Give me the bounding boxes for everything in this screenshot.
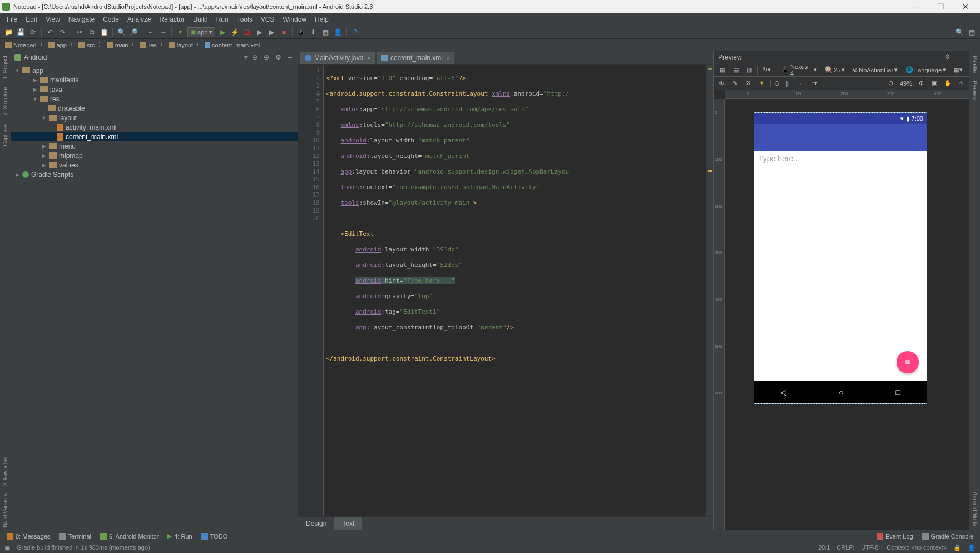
surface2-icon[interactable]: ▥ — [744, 65, 755, 75]
tool-captures-tab[interactable]: Captures — [2, 121, 9, 149]
star-icon[interactable]: ✦ — [757, 79, 766, 88]
project-view-selector[interactable]: Android — [24, 53, 241, 61]
tool-structure-tab[interactable]: 7: Structure — [2, 85, 9, 118]
variant-selector[interactable]: ▦▾ — [951, 65, 966, 75]
menu-tools[interactable]: Tools — [234, 14, 256, 24]
tool-gradle-console[interactable]: Gradle Console — [919, 533, 977, 540]
copy-icon[interactable]: ⧉ — [87, 27, 97, 37]
tool-event-log[interactable]: Event Log — [873, 533, 917, 540]
design-tab[interactable]: Design — [298, 517, 334, 530]
status-context[interactable]: Context: <no context> — [887, 544, 947, 551]
line-number-gutter[interactable]: 1234567891011121314151617181920 — [298, 65, 324, 516]
find-icon[interactable]: 🔍 — [116, 27, 126, 37]
redo-icon[interactable]: ↷ — [57, 27, 67, 37]
align-icon[interactable]: ‖ — [783, 79, 792, 88]
tree-menu[interactable]: ▶menu — [11, 141, 298, 151]
close-tab-icon[interactable]: × — [447, 55, 450, 61]
zoom-in-icon[interactable]: ⊕ — [917, 79, 925, 88]
project-hide-icon[interactable]: ⎼ — [285, 53, 294, 62]
crumb-main[interactable]: main — [105, 41, 130, 49]
menu-analyze[interactable]: Analyze — [124, 14, 155, 24]
make-icon[interactable]: ▾ — [175, 27, 185, 37]
status-encoding[interactable]: UTF-8: — [861, 544, 880, 551]
tool-build-variants-tab[interactable]: Build Variants — [2, 491, 9, 530]
zoom-fit-icon[interactable]: ▣ — [930, 79, 939, 88]
menu-edit[interactable]: Edit — [22, 14, 41, 24]
replace-icon[interactable]: 🔎 — [128, 27, 138, 37]
project-collapse-icon[interactable]: ⊖ — [250, 53, 259, 62]
close-tab-icon[interactable]: × — [367, 55, 370, 61]
tool-favorites-tab[interactable]: 2: Favorites — [2, 455, 9, 488]
apply-changes-icon[interactable]: ⚡ — [230, 27, 240, 37]
close-window-button[interactable]: ✕ — [953, 0, 978, 13]
theme-selector[interactable]: ⊘NoActionBar ▾ — [850, 65, 900, 75]
tree-values[interactable]: ▶values — [11, 160, 298, 170]
help-icon[interactable]: ? — [350, 27, 360, 37]
crumb-file[interactable]: content_main.xml — [203, 41, 261, 49]
open-icon[interactable]: 📁 — [3, 27, 13, 37]
warnings-icon[interactable]: ⚠ — [957, 79, 966, 88]
zoom-out-icon[interactable]: ⊖ — [887, 79, 895, 88]
status-position[interactable]: 20:1 — [818, 544, 830, 551]
avd-manager-icon[interactable]: 📱 — [296, 27, 306, 37]
tab-main-activity[interactable]: MainActivity.java× — [300, 52, 375, 64]
minimize-button[interactable]: ─ — [903, 0, 928, 13]
paste-icon[interactable]: 📋 — [99, 27, 109, 37]
stop-icon[interactable]: ■ — [279, 27, 289, 37]
sync-icon[interactable]: ⟳ — [28, 27, 38, 37]
maximize-button[interactable]: ☐ — [928, 0, 953, 13]
menu-help[interactable]: Help — [311, 14, 332, 24]
orientation-icon[interactable]: ↻▾ — [760, 65, 774, 75]
eye-icon[interactable]: 👁 — [717, 79, 726, 88]
preview-canvas[interactable]: 0100200300400 0100200300400500600 ▾ ▮ 7:… — [714, 90, 969, 530]
crumb-layout[interactable]: layout — [167, 41, 195, 49]
back-icon[interactable]: ← — [146, 27, 156, 37]
pan-icon[interactable]: ✋ — [943, 79, 952, 88]
text-tab[interactable]: Text — [334, 517, 362, 530]
tool-preview-tab[interactable]: Preview — [971, 78, 978, 103]
editor-marker-strip[interactable] — [706, 65, 713, 516]
crumb-project[interactable]: Notepad — [3, 41, 38, 49]
tree-res[interactable]: ▼res — [11, 94, 298, 103]
tree-content-main[interactable]: content_main.xml — [11, 132, 298, 141]
forward-icon[interactable]: → — [158, 27, 168, 37]
run-icon[interactable]: ▶ — [217, 27, 227, 37]
menu-window[interactable]: Window — [279, 14, 310, 24]
run-coverage-icon[interactable]: ▶ — [254, 27, 264, 37]
tree-drawable[interactable]: drawable — [11, 103, 298, 113]
margins-icon[interactable]: ⫠ — [796, 79, 805, 88]
project-tree[interactable]: ▼app ▶manifests ▶java ▼res drawable ▼lay… — [11, 63, 298, 181]
magic-icon[interactable]: ✎ — [730, 79, 739, 88]
device-selector[interactable]: 📱Nexus 4 ▾ — [779, 65, 820, 75]
preview-gear-icon[interactable]: ⚙ — [944, 53, 953, 62]
tree-java[interactable]: ▶java — [11, 85, 298, 94]
tool-android-monitor[interactable]: 6: Android Monitor — [97, 533, 162, 540]
window-button-icon[interactable]: ▣ — [4, 544, 10, 551]
preview-hide-icon[interactable]: ⎼ — [956, 53, 964, 62]
project-gear-icon[interactable]: ⚙ — [274, 53, 283, 62]
lock-icon[interactable]: 🔒 — [953, 544, 961, 551]
tab-content-main[interactable]: content_main.xml× — [377, 52, 454, 64]
layout-inspector-icon[interactable]: ▦ — [320, 27, 330, 37]
status-line-ending[interactable]: CRLF: — [837, 544, 854, 551]
tree-app[interactable]: ▼app — [11, 66, 298, 75]
tool-palette-tab[interactable]: Palette — [971, 53, 978, 75]
tree-mipmap[interactable]: ▶mipmap — [11, 151, 298, 160]
project-target-icon[interactable]: ⊕ — [262, 53, 271, 62]
tool-project-tab[interactable]: 1: Project — [2, 53, 9, 81]
tool-terminal[interactable]: Terminal — [56, 533, 95, 540]
attach-debugger-icon[interactable]: ▶ — [266, 27, 276, 37]
language-selector[interactable]: 🌐Language ▾ — [903, 65, 949, 75]
cut-icon[interactable]: ✂ — [75, 27, 85, 37]
view-mode-icon[interactable]: ▦ — [717, 65, 728, 75]
tool-android-model-tab[interactable]: Android Model — [971, 490, 978, 530]
tree-gradle[interactable]: ▶Gradle Scripts — [11, 170, 298, 179]
tree-layout[interactable]: ▼layout — [11, 113, 298, 122]
tree-activity-main[interactable]: activity_main.xml — [11, 122, 298, 132]
crumb-src[interactable]: src — [77, 41, 97, 49]
tool-messages[interactable]: 0: Messages — [3, 533, 53, 540]
crumb-res[interactable]: res — [138, 41, 158, 49]
tool-run[interactable]: ▶4: Run — [164, 532, 195, 540]
surface-icon[interactable]: ▤ — [730, 65, 741, 75]
menu-file[interactable]: File — [3, 14, 21, 24]
